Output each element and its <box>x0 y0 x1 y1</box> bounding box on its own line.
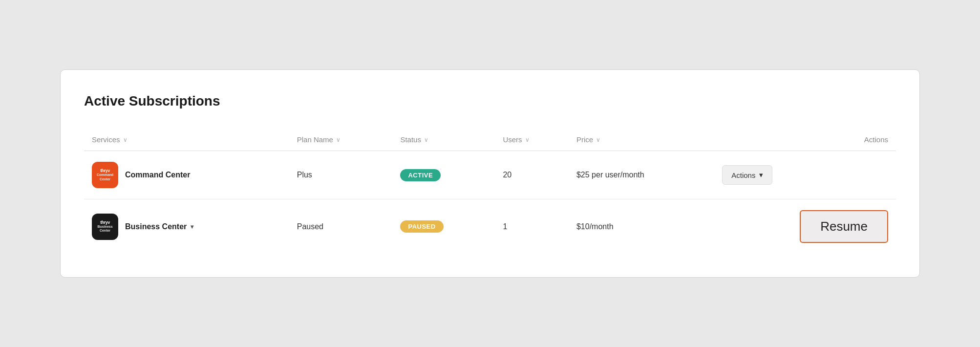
chevron-down-icon: ∨ <box>336 136 341 143</box>
cell-actions-command: Actions ▾ <box>714 151 896 199</box>
table-row: thryv BusinessCenter Business Center ▾ P… <box>84 199 896 254</box>
col-label-services: Services <box>92 135 120 144</box>
actions-dropdown-button[interactable]: Actions ▾ <box>722 165 772 185</box>
chevron-down-icon: ∨ <box>596 136 600 143</box>
col-header-price[interactable]: Price ∨ <box>569 129 714 151</box>
chevron-down-icon: ∨ <box>123 136 128 143</box>
col-header-actions: Actions <box>714 129 896 151</box>
table-header-row: Services ∨ Plan Name ∨ Status ∨ <box>84 129 896 151</box>
chevron-down-icon: ∨ <box>525 136 530 143</box>
col-label-status: Status <box>400 135 421 144</box>
cell-plan-command: Plus <box>289 151 393 199</box>
col-header-plan-name[interactable]: Plan Name ∨ <box>289 129 393 151</box>
cell-users-command: 20 <box>495 151 569 199</box>
actions-button-label: Actions <box>731 171 755 179</box>
subscriptions-table: Services ∨ Plan Name ∨ Status ∨ <box>84 129 896 254</box>
icon-sub-label: BusinessCenter <box>97 225 112 233</box>
cell-service-business: thryv BusinessCenter Business Center ▾ <box>84 199 289 254</box>
col-label-price: Price <box>576 135 593 144</box>
col-header-users[interactable]: Users ∨ <box>495 129 569 151</box>
col-label-plan-name: Plan Name <box>297 135 333 144</box>
col-label-users: Users <box>503 135 522 144</box>
cell-service-command: thryv CommandCenter Command Center <box>84 151 289 199</box>
cell-users-business: 1 <box>495 199 569 254</box>
cell-status-business: PAUSED <box>392 199 495 254</box>
table-row: thryv CommandCenter Command Center Plus … <box>84 151 896 199</box>
col-label-actions: Actions <box>864 135 888 144</box>
page-title: Active Subscriptions <box>84 93 896 109</box>
cell-price-command: $25 per user/month <box>569 151 714 199</box>
resume-button-label: Resume <box>820 219 868 234</box>
service-name-command: Command Center <box>125 171 190 179</box>
status-badge-active: ACTIVE <box>400 169 441 181</box>
icon-brand-label: thryv <box>100 220 110 225</box>
subscriptions-card: Active Subscriptions Services ∨ Plan Nam… <box>60 69 920 278</box>
chevron-down-icon: ∨ <box>424 136 428 143</box>
col-header-status[interactable]: Status ∨ <box>392 129 495 151</box>
icon-brand-label: thryv <box>100 169 110 173</box>
cell-actions-business: Resume <box>714 199 896 254</box>
service-name-business: Business Center ▾ <box>125 222 193 231</box>
cell-plan-business: Paused <box>289 199 393 254</box>
chevron-down-icon[interactable]: ▾ <box>191 223 193 230</box>
dropdown-arrow-icon: ▾ <box>759 171 763 179</box>
col-header-services[interactable]: Services ∨ <box>84 129 289 151</box>
cell-status-command: ACTIVE <box>392 151 495 199</box>
service-icon-business: thryv BusinessCenter <box>92 214 118 240</box>
resume-button[interactable]: Resume <box>800 210 888 243</box>
cell-price-business: $10/month <box>569 199 714 254</box>
icon-sub-label: CommandCenter <box>97 173 113 181</box>
service-icon-command: thryv CommandCenter <box>92 162 118 188</box>
status-badge-paused: PAUSED <box>400 220 443 233</box>
